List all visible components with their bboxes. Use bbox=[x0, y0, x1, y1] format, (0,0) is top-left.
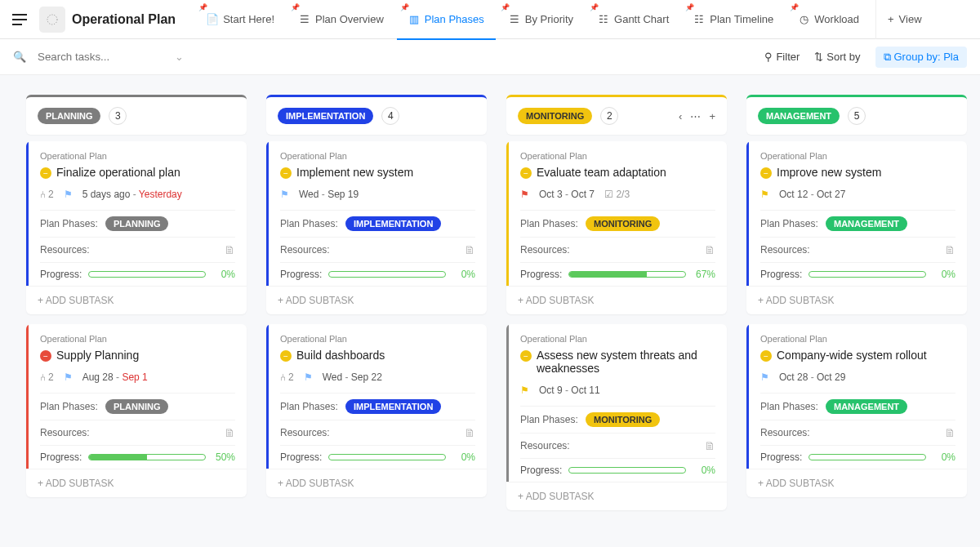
date-range: 5 days ago - Yesterday bbox=[82, 189, 182, 200]
subtask-count: ⑃2 bbox=[280, 371, 294, 383]
flag-icon[interactable]: ⚑ bbox=[64, 189, 73, 200]
tab-gantt[interactable]: 📌☷Gantt Chart bbox=[586, 0, 680, 39]
progress-bar[interactable] bbox=[808, 271, 926, 278]
prev-icon[interactable]: ‹ bbox=[679, 110, 682, 122]
progress-pct: 50% bbox=[212, 451, 235, 463]
task-card[interactable]: Operational Plan − Assess new system thr… bbox=[506, 324, 727, 510]
tab-by-priority[interactable]: 📌☰By Priority bbox=[497, 0, 585, 39]
doc-icon: 📄 bbox=[207, 14, 218, 25]
phase-pill[interactable]: IMPLEMENTATION bbox=[345, 216, 441, 231]
task-card[interactable]: Operational Plan − Supply Planning ⑃2⚑Au… bbox=[26, 324, 247, 497]
status-dot[interactable]: − bbox=[280, 350, 292, 362]
column-header[interactable]: IMPLEMENTATION 4 bbox=[266, 95, 487, 135]
task-card[interactable]: Operational Plan − Implement new system … bbox=[266, 141, 487, 314]
add-subtask-button[interactable]: + ADD SUBTASK bbox=[266, 286, 487, 314]
add-subtask-button[interactable]: + ADD SUBTASK bbox=[506, 286, 727, 314]
workspace-logo[interactable] bbox=[39, 7, 65, 33]
progress-bar[interactable] bbox=[568, 271, 686, 278]
progress-field: Progress: 0% bbox=[760, 445, 956, 469]
column-header[interactable]: MONITORING 2‹⋯+ bbox=[506, 95, 727, 135]
phase-field: Plan Phases: MONITORING bbox=[520, 406, 715, 433]
column-header[interactable]: PLANNING 3 bbox=[26, 95, 247, 135]
filter-button[interactable]: ⚲Filter bbox=[764, 51, 800, 63]
chevron-down-icon[interactable]: ⌄ bbox=[175, 51, 184, 63]
resources-icon[interactable]: 🗎 bbox=[944, 426, 956, 439]
phase-field: Plan Phases: PLANNING bbox=[40, 393, 235, 420]
phase-pill[interactable]: MONITORING bbox=[586, 216, 660, 231]
flag-icon[interactable]: ⚑ bbox=[520, 189, 529, 200]
resources-icon[interactable]: 🗎 bbox=[944, 243, 956, 256]
phase-pill[interactable]: MANAGEMENT bbox=[826, 216, 907, 231]
flag-icon[interactable]: ⚑ bbox=[760, 189, 769, 200]
sort-button[interactable]: ⇅Sort by bbox=[814, 51, 860, 63]
column-count: 4 bbox=[381, 107, 399, 125]
phase-pill[interactable]: PLANNING bbox=[105, 399, 168, 414]
flag-icon[interactable]: ⚑ bbox=[304, 371, 313, 383]
progress-pct: 0% bbox=[933, 269, 956, 280]
groupby-chip[interactable]: ⧉Group by: Pla bbox=[875, 47, 968, 68]
timeline-icon: ☷ bbox=[693, 14, 705, 25]
tab-plan-overview[interactable]: 📌☰Plan Overview bbox=[287, 0, 395, 39]
progress-bar[interactable] bbox=[88, 454, 206, 460]
status-dot[interactable]: − bbox=[760, 167, 772, 179]
phase-pill[interactable]: MANAGEMENT bbox=[826, 399, 907, 414]
task-card[interactable]: Operational Plan − Evaluate team adaptat… bbox=[506, 141, 727, 314]
task-card[interactable]: Operational Plan − Company-wide system r… bbox=[746, 324, 967, 497]
add-view-button[interactable]: +View bbox=[875, 0, 933, 39]
flag-icon[interactable]: ⚑ bbox=[280, 189, 289, 200]
progress-bar[interactable] bbox=[328, 454, 446, 460]
subtask-count: ⑃2 bbox=[40, 371, 54, 383]
progress-bar[interactable] bbox=[568, 467, 686, 474]
column-header[interactable]: MANAGEMENT 5 bbox=[746, 95, 967, 135]
task-card[interactable]: Operational Plan − Finalize operational … bbox=[26, 141, 247, 314]
add-subtask-button[interactable]: + ADD SUBTASK bbox=[746, 286, 967, 314]
add-subtask-button[interactable]: + ADD SUBTASK bbox=[746, 469, 967, 497]
status-dot[interactable]: − bbox=[520, 167, 532, 179]
task-card[interactable]: Operational Plan − Build dashboards ⑃2⚑W… bbox=[266, 324, 487, 497]
status-dot[interactable]: − bbox=[520, 350, 532, 362]
date-range: Oct 3 - Oct 7 bbox=[539, 189, 595, 200]
search-input[interactable] bbox=[33, 46, 163, 68]
flag-icon[interactable]: ⚑ bbox=[64, 371, 73, 383]
progress-bar[interactable] bbox=[808, 454, 926, 460]
status-dot[interactable]: − bbox=[760, 350, 772, 362]
progress-bar[interactable] bbox=[88, 271, 206, 278]
phase-pill[interactable]: IMPLEMENTATION bbox=[345, 399, 441, 414]
flag-icon[interactable]: ⚑ bbox=[520, 385, 529, 396]
search-box[interactable]: 🔍 ⌄ bbox=[13, 46, 184, 68]
breadcrumb: Operational Plan bbox=[760, 151, 956, 161]
progress-bar[interactable] bbox=[328, 271, 446, 278]
board-column: IMPLEMENTATION 4 Operational Plan − Impl… bbox=[266, 95, 487, 520]
add-subtask-button[interactable]: + ADD SUBTASK bbox=[26, 286, 247, 314]
breadcrumb: Operational Plan bbox=[40, 151, 235, 161]
add-subtask-button[interactable]: + ADD SUBTASK bbox=[506, 482, 727, 510]
progress-field: Progress: 50% bbox=[40, 445, 235, 469]
tab-start-here[interactable]: 📌📄Start Here! bbox=[195, 0, 286, 39]
tab-workload[interactable]: 📌◷Workload bbox=[786, 0, 871, 39]
column-label: MONITORING bbox=[518, 108, 592, 124]
add-subtask-button[interactable]: + ADD SUBTASK bbox=[26, 469, 247, 497]
flag-icon[interactable]: ⚑ bbox=[760, 371, 769, 383]
resources-icon[interactable]: 🗎 bbox=[224, 243, 235, 256]
status-dot[interactable]: − bbox=[40, 350, 51, 362]
phase-pill[interactable]: MONITORING bbox=[586, 412, 660, 427]
status-dot[interactable]: − bbox=[40, 167, 51, 179]
list-icon: ☰ bbox=[299, 14, 310, 25]
phase-pill[interactable]: PLANNING bbox=[105, 216, 168, 231]
resources-icon[interactable]: 🗎 bbox=[224, 426, 235, 439]
resources-icon[interactable]: 🗎 bbox=[704, 439, 715, 452]
task-card[interactable]: Operational Plan − Improve new system ⚑O… bbox=[746, 141, 967, 314]
board-column: MANAGEMENT 5 Operational Plan − Improve … bbox=[746, 95, 967, 520]
tab-plan-timeline[interactable]: 📌☷Plan Timeline bbox=[682, 0, 785, 39]
group-icon: ⧉ bbox=[884, 51, 891, 64]
resources-icon[interactable]: 🗎 bbox=[704, 243, 715, 256]
resources-icon[interactable]: 🗎 bbox=[464, 243, 475, 256]
add-icon[interactable]: + bbox=[709, 110, 715, 122]
more-icon[interactable]: ⋯ bbox=[690, 110, 701, 122]
add-subtask-button[interactable]: + ADD SUBTASK bbox=[266, 469, 487, 497]
resources-icon[interactable]: 🗎 bbox=[464, 426, 475, 439]
menu-button[interactable] bbox=[7, 7, 33, 33]
status-dot[interactable]: − bbox=[280, 167, 292, 179]
tab-plan-phases[interactable]: 📌▥Plan Phases bbox=[397, 0, 496, 39]
resources-field: Resources: 🗎 bbox=[40, 420, 235, 445]
